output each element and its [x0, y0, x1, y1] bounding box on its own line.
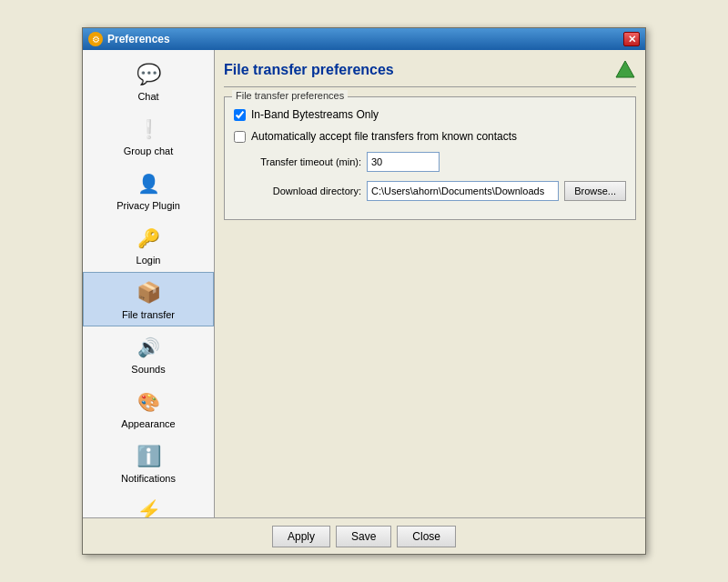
- taskbar-icon: ⚡: [134, 497, 163, 517]
- download-input[interactable]: [367, 181, 559, 201]
- sounds-icon: 🔊: [134, 333, 163, 362]
- appearance-icon: 🎨: [134, 387, 163, 416]
- inband-row: In-Band Bytestreams Only: [234, 108, 626, 121]
- save-button[interactable]: Save: [336, 526, 391, 547]
- file-transfer-icon: 📦: [134, 278, 163, 307]
- timeout-input[interactable]: [367, 152, 440, 172]
- window-title: Preferences: [107, 33, 170, 45]
- browse-button[interactable]: Browse...: [564, 181, 626, 201]
- inband-label: In-Band Bytestreams Only: [251, 108, 379, 121]
- title-bar-left: ⚙ Preferences: [88, 32, 170, 46]
- footer: Apply Save Close: [83, 517, 645, 554]
- title-bar: ⚙ Preferences ✕: [83, 28, 645, 50]
- window-body: 💬 Chat ❕ Group chat 👤 Privacy Plugin 🔑 L…: [83, 50, 645, 517]
- sidebar-label-privacy: Privacy Plugin: [116, 200, 180, 211]
- inband-checkbox[interactable]: [234, 109, 246, 121]
- sidebar-label-login: Login: [136, 255, 161, 266]
- chat-icon: 💬: [134, 60, 163, 89]
- main-content: File transfer preferences File transfer …: [215, 50, 645, 517]
- sidebar-label-group-chat: Group chat: [124, 146, 173, 156]
- sidebar-label-chat: Chat: [137, 91, 158, 102]
- login-icon: 🔑: [134, 224, 163, 253]
- sidebar-item-sounds[interactable]: 🔊 Sounds: [83, 326, 214, 381]
- window-icon: ⚙: [88, 32, 103, 46]
- close-window-button[interactable]: ✕: [623, 32, 640, 46]
- sidebar-item-appearance[interactable]: 🎨 Appearance: [83, 381, 214, 436]
- sidebar-item-privacy-plugin[interactable]: 👤 Privacy Plugin: [83, 163, 214, 217]
- auto-accept-row: Automatically accept file transfers from…: [234, 130, 626, 143]
- page-title-icon: [614, 59, 636, 81]
- sidebar: 💬 Chat ❕ Group chat 👤 Privacy Plugin 🔑 L…: [83, 50, 215, 517]
- sidebar-label-sounds: Sounds: [131, 364, 165, 375]
- page-title-bar: File transfer preferences: [224, 59, 636, 87]
- group-chat-icon: ❕: [134, 115, 163, 144]
- sidebar-item-login[interactable]: 🔑 Login: [83, 217, 214, 272]
- notifications-icon: ℹ️: [134, 442, 163, 471]
- sidebar-item-file-transfer[interactable]: 📦 File transfer: [83, 272, 214, 326]
- sidebar-item-chat[interactable]: 💬 Chat: [83, 54, 214, 108]
- page-title-text: File transfer preferences: [224, 62, 394, 78]
- group-box: File transfer preferences In-Band Bytest…: [224, 96, 636, 220]
- apply-button[interactable]: Apply: [272, 526, 330, 547]
- auto-accept-label: Automatically accept file transfers from…: [251, 130, 517, 143]
- timeout-label: Transfer timeout (min):: [234, 156, 361, 167]
- svg-marker-0: [616, 61, 634, 77]
- privacy-icon: 👤: [134, 169, 163, 198]
- sidebar-label-appearance: Appearance: [121, 418, 175, 429]
- sidebar-item-notifications[interactable]: ℹ️ Notifications: [83, 436, 214, 490]
- sidebar-item-group-chat[interactable]: ❕ Group chat: [83, 108, 214, 163]
- group-box-title: File transfer preferences: [232, 90, 348, 101]
- sidebar-label-file-transfer: File transfer: [122, 309, 175, 320]
- download-row: Download directory: Browse...: [234, 181, 626, 201]
- close-button[interactable]: Close: [397, 526, 456, 547]
- preferences-window: ⚙ Preferences ✕ 💬 Chat ❕ Group chat 👤 Pr…: [82, 27, 646, 555]
- sidebar-label-notifications: Notifications: [121, 473, 176, 484]
- timeout-row: Transfer timeout (min):: [234, 152, 626, 172]
- download-label: Download directory:: [234, 186, 361, 196]
- sidebar-item-taskbar-flashing[interactable]: ⚡ Taskbar Flashing: [83, 490, 214, 517]
- auto-accept-checkbox[interactable]: [234, 131, 246, 143]
